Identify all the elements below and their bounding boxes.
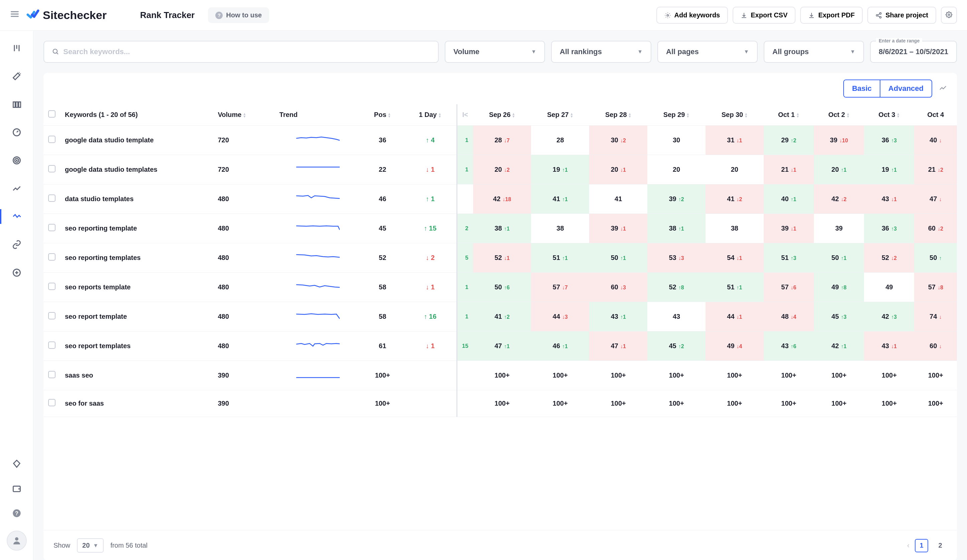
col-pos[interactable]: Pos▲▼ (361, 104, 404, 126)
table-row[interactable]: saas seo390100+100+100+100+100+100+100+1… (43, 361, 957, 390)
select-all-checkbox[interactable] (48, 110, 56, 118)
date-cell: 51↑1 (531, 243, 589, 273)
date-cell: 100+ (589, 390, 647, 417)
sidebar-item-target[interactable] (0, 153, 33, 168)
date-cell: 43 (647, 302, 706, 331)
col-date-1[interactable]: Sep 27▲▼ (531, 104, 589, 126)
table-row[interactable]: seo reports template48058↓ 1150↑657↓760↓… (43, 273, 957, 302)
chart-toggle-icon[interactable] (939, 84, 947, 93)
col-date-7[interactable]: Oct 3▲▼ (864, 104, 914, 126)
col-date-4[interactable]: Sep 30▲▼ (706, 104, 764, 126)
table-row[interactable]: data studio templates48046↑ 142↓1841↑141… (43, 184, 957, 214)
search-keywords[interactable] (43, 41, 439, 63)
trend-cell (275, 390, 361, 417)
row-checkbox[interactable] (48, 371, 56, 378)
filter-date-range[interactable]: Enter a date range 8/6/2021 – 10/5/2021 (870, 41, 957, 63)
export-pdf-button[interactable]: Export PDF (800, 7, 863, 24)
add-keywords-button[interactable]: Add keywords (656, 7, 728, 24)
row-checkbox[interactable] (48, 283, 56, 290)
avatar[interactable] (7, 530, 27, 551)
row-checkbox[interactable] (48, 224, 56, 231)
date-cell: 19↑1 (531, 155, 589, 184)
tab-advanced[interactable]: Advanced (880, 80, 932, 97)
how-to-use-button[interactable]: ? How to use (208, 7, 269, 23)
svg-point-5 (876, 14, 878, 16)
export-pdf-label: Export PDF (818, 12, 855, 19)
row-checkbox[interactable] (48, 399, 56, 406)
total-label: from 56 total (111, 542, 147, 549)
filter-volume[interactable]: Volume ▼ (445, 41, 545, 63)
table-row[interactable]: google data studio templates72022↓ 1120↓… (43, 155, 957, 184)
col-volume[interactable]: Volume▲▼ (213, 104, 274, 126)
sidebar-item-diamond[interactable] (7, 456, 27, 471)
svg-rect-12 (18, 102, 20, 107)
date-cell: 100+ (764, 361, 814, 390)
col-date-5[interactable]: Oct 1▲▼ (764, 104, 814, 126)
sidebar-item-dashboard[interactable] (0, 41, 33, 56)
date-cell: 42↓2 (814, 184, 864, 214)
sidebar-item-magic[interactable] (0, 69, 33, 84)
page-2[interactable]: 2 (934, 539, 947, 552)
page-1[interactable]: 1 (915, 539, 928, 552)
row-checkbox[interactable] (48, 165, 56, 172)
table-row[interactable]: seo report template48058↑ 16141↑244↓343↑… (43, 302, 957, 331)
table-row[interactable]: seo reporting template48045↑ 15238↑13839… (43, 214, 957, 243)
day1-cell: ↑ 1 (404, 184, 457, 214)
day1-cell: ↑ 15 (404, 214, 457, 243)
settings-button[interactable] (941, 7, 957, 24)
tab-basic[interactable]: Basic (844, 80, 880, 97)
col-date-2[interactable]: Sep 28▲▼ (589, 104, 647, 126)
sidebar-item-link[interactable] (0, 237, 33, 252)
logo[interactable]: Sitechecker (26, 7, 107, 23)
date-cell: 47↑1 (473, 331, 531, 361)
table-row[interactable]: google data studio template72036↑ 4128↓7… (43, 126, 957, 155)
day1-cell: ↓ 1 (404, 155, 457, 184)
sidebar-item-help[interactable]: ? (7, 506, 27, 520)
volume-cell: 480 (213, 273, 274, 302)
add-keywords-label: Add keywords (675, 12, 720, 19)
col-date-6[interactable]: Oct 2▲▼ (814, 104, 864, 126)
trend-cell (275, 184, 361, 214)
filter-rankings[interactable]: All rankings ▼ (551, 41, 651, 63)
sidebar-item-add[interactable] (0, 265, 33, 280)
per-page-select[interactable]: 20 ▼ (77, 538, 104, 553)
sidebar-item-columns[interactable] (0, 97, 33, 112)
date-cell: 100+ (589, 361, 647, 390)
col-date-0[interactable]: Sep 26▲▼ (473, 104, 531, 126)
row-checkbox[interactable] (48, 253, 56, 260)
sidebar-item-speed[interactable] (0, 125, 33, 140)
hamburger-menu-icon[interactable] (10, 9, 20, 21)
table-row[interactable]: seo for saas390100+100+100+100+100+100+1… (43, 390, 957, 417)
row-checkbox[interactable] (48, 136, 56, 143)
svg-point-22 (53, 49, 57, 53)
filter-groups[interactable]: All groups ▼ (764, 41, 864, 63)
export-csv-label: Export CSV (751, 12, 787, 19)
date-cell: 20↑1 (814, 155, 864, 184)
table-row[interactable]: seo report templates48061↓ 11547↑146↑147… (43, 331, 957, 361)
date-cell: 19↑1 (864, 155, 914, 184)
logo-icon (26, 7, 40, 23)
share-project-button[interactable]: Share project (867, 7, 936, 24)
col-keywords[interactable]: Keywords (1 - 20 of 56) (60, 104, 213, 126)
search-input[interactable] (63, 48, 430, 56)
col-scroll-back-icon[interactable]: I< (457, 104, 473, 126)
partial-cell: 1 (457, 126, 473, 155)
filter-pages[interactable]: All pages ▼ (657, 41, 758, 63)
sidebar-item-trend[interactable] (0, 181, 33, 196)
table-row[interactable]: seo reporting templates48052↓ 2552↓151↑1… (43, 243, 957, 273)
col-trend[interactable]: Trend (275, 104, 361, 126)
day1-cell (404, 390, 457, 417)
col-date-3[interactable]: Sep 29▲▼ (647, 104, 706, 126)
col-1day[interactable]: 1 Day▲▼ (404, 104, 457, 126)
prev-page-icon[interactable]: ‹ (907, 541, 909, 550)
row-checkbox[interactable] (48, 312, 56, 320)
table-wrap[interactable]: Keywords (1 - 20 of 56) Volume▲▼ Trend P… (43, 104, 957, 530)
sidebar-item-wallet[interactable] (7, 481, 27, 496)
row-checkbox[interactable] (48, 194, 56, 202)
col-date-8[interactable]: Oct 4 (914, 104, 957, 126)
sidebar-item-rank-tracker[interactable] (0, 209, 33, 224)
filter-pages-label: All pages (666, 48, 699, 56)
export-csv-button[interactable]: Export CSV (733, 7, 795, 24)
date-cell: 60↓ (914, 331, 957, 361)
row-checkbox[interactable] (48, 341, 56, 349)
